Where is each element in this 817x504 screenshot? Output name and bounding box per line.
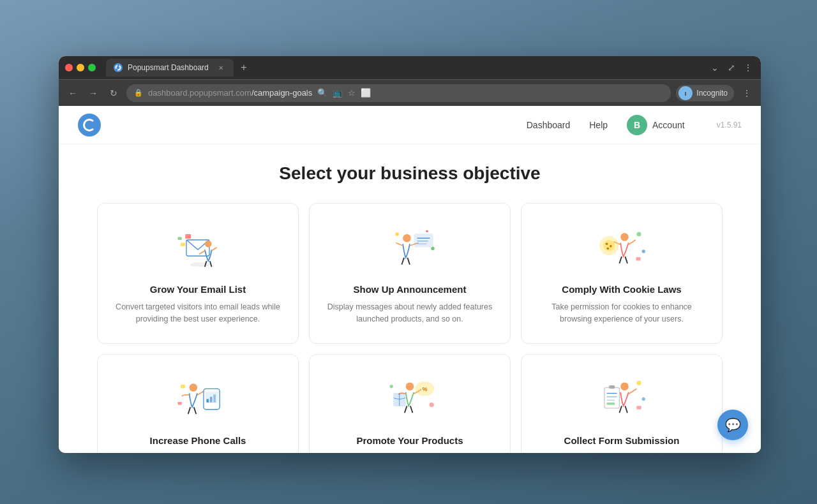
- forward-button[interactable]: →: [86, 85, 101, 101]
- svg-rect-47: [607, 403, 615, 405]
- browser-fullscreen-icon[interactable]: ⤢: [725, 61, 738, 74]
- svg-point-26: [190, 383, 198, 392]
- browser-controls-right: ⌄ ⤢ ⋮: [708, 61, 754, 74]
- svg-rect-50: [636, 406, 641, 409]
- svg-point-24: [642, 249, 645, 253]
- url-display: dashboard.popupsmart.com/campaign-goals: [148, 88, 312, 98]
- account-button[interactable]: B Account: [627, 115, 685, 135]
- card-grow-email[interactable]: Grow Your Email List Convert targeted vi…: [97, 203, 299, 344]
- svg-point-3: [190, 262, 211, 267]
- browser-minimize-icon[interactable]: ⌄: [708, 61, 721, 74]
- account-avatar: B: [627, 115, 647, 135]
- tab-close-button[interactable]: ✕: [216, 63, 225, 72]
- chat-icon: 💬: [725, 417, 741, 433]
- chat-support-button[interactable]: 💬: [717, 410, 748, 440]
- card-show-up[interactable]: Show Up Announcement Display messages ab…: [309, 203, 511, 344]
- browser-settings-button[interactable]: ⋮: [739, 85, 754, 101]
- page-title: Select your business objective: [84, 163, 735, 184]
- profile-name: Incognito: [696, 89, 728, 98]
- url-domain: dashboard.popupsmart.com: [148, 88, 251, 98]
- card-phone-calls[interactable]: Increase Phone Calls Enhance your call t…: [97, 354, 299, 454]
- card-illustration-promote: %: [378, 374, 442, 425]
- app-header: Dashboard Help B Account v1.5.91: [59, 106, 761, 144]
- account-label: Account: [652, 120, 685, 130]
- svg-rect-31: [213, 394, 216, 403]
- svg-rect-25: [636, 257, 641, 260]
- search-icon[interactable]: 🔍: [317, 88, 327, 98]
- svg-point-39: [430, 403, 434, 407]
- svg-rect-32: [181, 385, 185, 388]
- card-form-submission[interactable]: Collect Form Submission Gather personal …: [521, 354, 723, 454]
- svg-point-22: [607, 247, 610, 249]
- svg-point-15: [426, 230, 428, 232]
- svg-point-23: [636, 232, 641, 236]
- svg-point-0: [116, 66, 121, 70]
- browser-toolbar: ← → ↻ 🔒 dashboard.popupsmart.com/campaig…: [59, 79, 761, 106]
- card-desc-form-submission: Gather personal information from your vi…: [537, 452, 707, 454]
- svg-rect-42: [604, 388, 619, 408]
- card-title-show-up: Show Up Announcement: [354, 284, 467, 295]
- app-content: Dashboard Help B Account v1.5.91 Select …: [59, 106, 761, 453]
- close-window-button[interactable]: [65, 64, 73, 71]
- minimize-window-button[interactable]: [77, 64, 84, 71]
- maximize-window-button[interactable]: [88, 64, 96, 71]
- profile-avatar-small: I: [678, 86, 693, 100]
- address-right-icons: 🔍 📺 ☆ ⬜: [317, 88, 371, 98]
- svg-point-40: [390, 385, 393, 388]
- svg-point-41: [620, 382, 629, 390]
- nav-dashboard-link[interactable]: Dashboard: [527, 120, 571, 130]
- svg-point-20: [606, 242, 608, 245]
- svg-rect-7: [181, 242, 185, 246]
- card-title-form-submission: Collect Form Submission: [564, 435, 680, 446]
- card-illustration-cookie-laws: [590, 223, 654, 274]
- address-bar[interactable]: 🔒 dashboard.popupsmart.com/campaign-goal…: [126, 84, 671, 102]
- svg-text:%: %: [422, 386, 427, 392]
- cast-icon[interactable]: 📺: [333, 88, 343, 98]
- new-tab-button[interactable]: +: [236, 60, 251, 75]
- card-desc-grow-email: Convert targeted visitors into email lea…: [113, 301, 283, 325]
- svg-point-49: [642, 397, 645, 401]
- svg-point-9: [403, 234, 411, 242]
- card-desc-promote: Market your products and offer something…: [325, 452, 495, 454]
- cards-grid: Grow Your Email List Convert targeted vi…: [97, 203, 723, 453]
- back-button[interactable]: ←: [65, 85, 80, 101]
- active-tab[interactable]: Popupsmart Dashboard ✕: [106, 59, 234, 77]
- tab-search-icon[interactable]: ⬜: [361, 88, 371, 98]
- main-content: Select your business objective: [59, 144, 761, 453]
- card-desc-cookie-laws: Take permission for cookies to enhance b…: [537, 301, 707, 325]
- version-text: v1.5.91: [717, 121, 742, 130]
- svg-rect-10: [414, 234, 433, 247]
- card-title-phone-calls: Increase Phone Calls: [150, 435, 246, 446]
- tab-title: Popupsmart Dashboard: [128, 63, 209, 72]
- svg-point-21: [610, 245, 612, 248]
- browser-menu-icon[interactable]: ⋮: [742, 61, 754, 74]
- card-cookie-laws[interactable]: Comply With Cookie Laws Take permission …: [521, 203, 723, 344]
- card-desc-show-up: Display messages about newly added featu…: [325, 301, 495, 325]
- card-illustration-show-up: [378, 223, 442, 274]
- svg-rect-29: [207, 399, 209, 403]
- header-nav: Dashboard Help B Account v1.5.91: [527, 115, 742, 135]
- svg-rect-30: [210, 397, 213, 403]
- profile-button[interactable]: I Incognito: [676, 85, 734, 101]
- tab-area: Popupsmart Dashboard ✕ +: [106, 59, 703, 77]
- svg-rect-8: [178, 237, 182, 240]
- svg-point-14: [396, 232, 399, 235]
- logo-inner: [83, 119, 96, 131]
- traffic-lights: [65, 64, 96, 71]
- card-title-cookie-laws: Comply With Cookie Laws: [562, 284, 681, 295]
- ssl-lock-icon: 🔒: [134, 89, 143, 97]
- browser-titlebar: Popupsmart Dashboard ✕ + ⌄ ⤢ ⋮: [59, 56, 761, 79]
- svg-point-34: [406, 382, 414, 390]
- svg-rect-33: [178, 402, 182, 405]
- browser-window: Popupsmart Dashboard ✕ + ⌄ ⤢ ⋮ ← → ↻ 🔒 d…: [59, 56, 761, 453]
- card-illustration-phone-calls: [166, 374, 230, 425]
- card-desc-phone-calls: Enhance your call traffic to encourage y…: [113, 452, 283, 454]
- card-promote[interactable]: % Promote Your Products Market your prod…: [309, 354, 511, 454]
- reload-button[interactable]: ↻: [106, 85, 121, 101]
- card-title-promote: Promote Your Products: [357, 435, 463, 446]
- app-logo[interactable]: [78, 114, 101, 137]
- nav-help-link[interactable]: Help: [589, 120, 608, 130]
- svg-point-16: [431, 246, 434, 249]
- star-icon[interactable]: ☆: [348, 88, 356, 98]
- card-illustration-form-submission: [590, 374, 654, 425]
